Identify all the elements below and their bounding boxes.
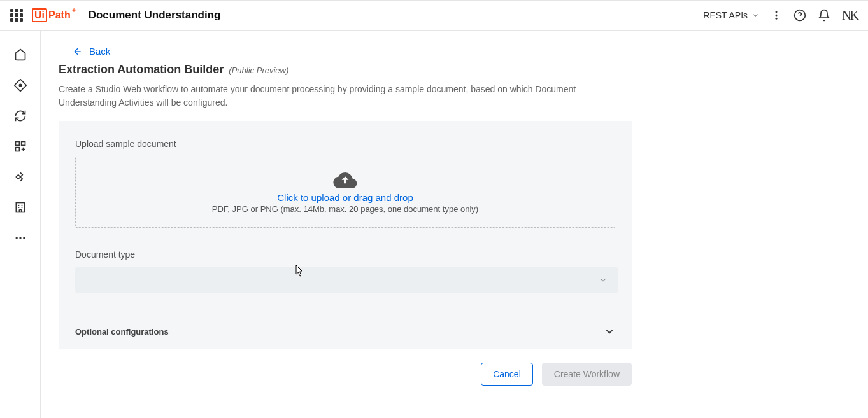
svg-rect-12 [16,203,24,212]
optional-label: Optional configurations [75,327,169,337]
svg-point-6 [19,84,21,86]
svg-point-22 [23,237,25,239]
main-content: Back Extraction Automation Builder (Publ… [41,31,868,418]
notifications-icon[interactable] [818,9,830,22]
apps-grid-icon[interactable] [10,9,23,22]
more-menu-icon[interactable] [771,10,782,21]
svg-point-0 [776,11,778,13]
upload-section-label: Upload sample document [75,139,615,149]
back-link[interactable]: Back [73,46,850,57]
arrow-left-icon [73,46,83,57]
header-left: UiPath Document Understanding [10,8,220,22]
top-bar: UiPath Document Understanding REST APIs … [0,0,868,31]
building-icon[interactable] [14,201,27,214]
chevron-down-icon [604,326,615,337]
cloud-upload-icon [333,171,357,188]
svg-rect-7 [15,142,19,146]
svg-point-20 [15,237,17,239]
rest-apis-label: REST APIs [703,10,748,20]
sync-icon[interactable] [14,109,27,122]
config-panel: Upload sample document Click to upload o… [59,121,632,349]
page-description: Create a Studio Web workflow to automate… [59,83,632,109]
doctype-select-wrap [75,267,615,293]
optional-configurations-toggle[interactable]: Optional configurations [75,326,615,340]
sidebar [0,31,41,418]
upload-cta: Click to upload or drag and drop [277,192,413,203]
help-icon[interactable] [793,9,806,22]
back-label: Back [89,46,110,57]
svg-rect-8 [21,142,25,146]
doctype-select[interactable] [75,267,618,293]
product-name: Document Understanding [89,9,221,22]
header-right: REST APIs NK [703,8,858,23]
home-icon[interactable] [14,48,27,61]
chevron-down-icon [751,11,759,19]
cancel-button[interactable]: Cancel [481,363,533,386]
create-workflow-button[interactable]: Create Workflow [542,363,632,386]
upload-hint: PDF, JPG or PNG (max. 14Mb, max. 20 page… [212,204,478,214]
svg-point-1 [776,15,778,17]
more-icon[interactable] [14,232,27,244]
upload-drop-zone[interactable]: Click to upload or drag and drop PDF, JP… [75,157,615,228]
uipath-logo[interactable]: UiPath [32,8,71,22]
extensions-icon[interactable] [14,171,27,183]
footer-actions: Cancel Create Workflow [59,363,632,386]
document-target-icon[interactable] [14,79,27,92]
svg-point-21 [19,237,21,239]
title-row: Extraction Automation Builder (Public Pr… [59,63,850,76]
dashboard-add-icon[interactable] [14,140,27,153]
user-avatar[interactable]: NK [842,8,858,23]
svg-point-2 [776,18,778,20]
page-title: Extraction Automation Builder [59,63,224,76]
rest-apis-dropdown[interactable]: REST APIs [703,10,759,20]
doctype-label: Document type [75,249,615,260]
preview-badge: (Public Preview) [229,66,288,75]
svg-rect-9 [15,148,19,151]
